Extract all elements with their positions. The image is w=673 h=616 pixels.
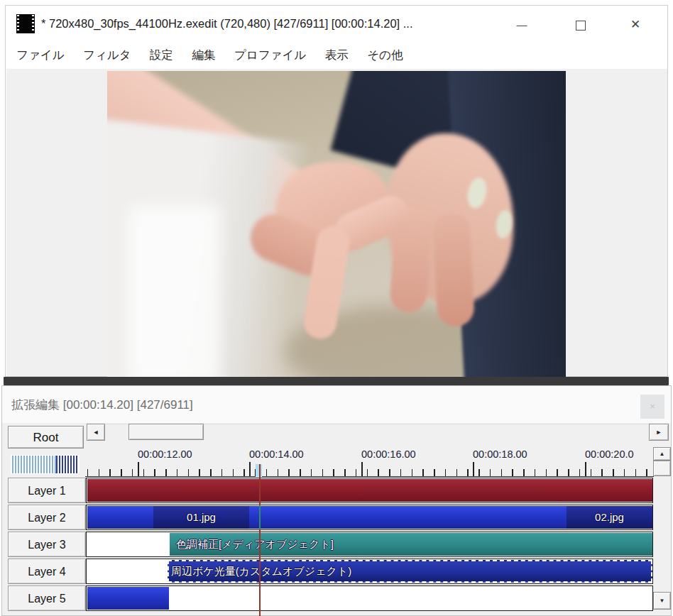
clip-video-object[interactable] bbox=[87, 479, 652, 502]
menu-filter[interactable]: フィルタ bbox=[75, 41, 139, 63]
ruler-major-tick bbox=[473, 462, 474, 476]
exedit-window: 拡張編集 [00:00:14.20] [427/6911] × Root ◄ ►… bbox=[1, 385, 672, 616]
vertical-scrollbar-thumb[interactable] bbox=[653, 461, 671, 476]
layer-5-track[interactable] bbox=[86, 585, 653, 611]
maximize-button[interactable] bbox=[570, 16, 591, 34]
preview-image bbox=[107, 71, 566, 377]
timeline-zoom-gauge[interactable] bbox=[11, 455, 80, 474]
ruler-baseline bbox=[85, 476, 654, 477]
menu-file[interactable]: ファイル bbox=[9, 41, 72, 63]
layer-5-button[interactable]: Layer 5 bbox=[8, 585, 86, 611]
exedit-title: 拡張編集 [00:00:14.20] [427/6911] bbox=[11, 397, 193, 413]
clip-vignette-selected[interactable]: 周辺ボケ光量(カスタムオブジェクト) bbox=[168, 560, 652, 583]
layer-3-button[interactable]: Layer 3 bbox=[8, 532, 86, 557]
aviutl-app: { "window": { "icon": "film-strip-icon",… bbox=[0, 0, 673, 616]
minimize-button[interactable]: — bbox=[511, 16, 532, 34]
ruler-timestamp: 00:00:18.00 bbox=[473, 449, 527, 460]
layer-1-button[interactable]: Layer 1 bbox=[8, 478, 86, 503]
scroll-left-icon[interactable]: ◄ bbox=[87, 424, 105, 441]
layer-2-button[interactable]: Layer 2 bbox=[8, 505, 86, 530]
menu-edit[interactable]: 編集 bbox=[184, 41, 223, 63]
menu-profile[interactable]: プロファイル bbox=[226, 41, 314, 63]
title-bar[interactable]: * 720x480_30fps_44100Hz.exedit (720,480)… bbox=[6, 6, 667, 41]
ruler-timestamp: 00:00:16.00 bbox=[361, 449, 416, 460]
layer-4-track[interactable]: 周辺ボケ光量(カスタムオブジェクト) bbox=[86, 559, 653, 584]
ruler-major-tick bbox=[361, 462, 363, 476]
scroll-right-icon[interactable]: ► bbox=[649, 424, 669, 441]
playhead-line-inverted bbox=[259, 505, 261, 529]
clip-name: 色調補正[メディアオブジェクト] bbox=[176, 533, 334, 556]
exedit-header[interactable]: 拡張編集 [00:00:14.20] [427/6911] × bbox=[2, 386, 671, 423]
menu-other[interactable]: その他 bbox=[359, 41, 410, 63]
clip-image-02jpg[interactable]: 02.jpg bbox=[567, 506, 652, 529]
ruler-timestamp: 00:00:20.0 bbox=[585, 449, 634, 460]
ruler-major-tick bbox=[249, 462, 251, 476]
clip-image-segment[interactable] bbox=[87, 506, 153, 529]
clip-image-01jpg[interactable]: 01.jpg bbox=[153, 506, 249, 529]
ruler-major-tick bbox=[585, 462, 586, 476]
window-divider bbox=[4, 377, 669, 385]
layer-1-track[interactable] bbox=[86, 478, 653, 503]
window-title: * 720x480_30fps_44100Hz.exedit (720,480)… bbox=[41, 17, 413, 31]
close-button[interactable]: ✕ bbox=[625, 16, 646, 34]
clip-color-correction[interactable]: 色調補正[メディアオブジェクト] bbox=[170, 533, 652, 556]
clip-name: 02.jpg bbox=[567, 506, 652, 529]
main-window: * 720x480_30fps_44100Hz.exedit (720,480)… bbox=[5, 5, 668, 377]
clip-name: 01.jpg bbox=[153, 506, 249, 529]
ruler-timestamp: 00:00:14.00 bbox=[249, 449, 304, 460]
dress-highlight bbox=[128, 206, 221, 377]
zoom-gauge-dark-stripes bbox=[56, 456, 78, 473]
groom-finger bbox=[432, 212, 475, 328]
playhead-line[interactable] bbox=[259, 464, 261, 616]
horizontal-scrollbar-thumb[interactable] bbox=[128, 424, 204, 440]
menu-view[interactable]: 表示 bbox=[317, 41, 356, 63]
maximize-icon bbox=[576, 21, 586, 31]
scroll-up-icon[interactable]: ▲ bbox=[653, 447, 671, 461]
ruler-timestamp: 00:00:12.00 bbox=[138, 449, 192, 460]
clip-image-segment[interactable] bbox=[249, 506, 567, 529]
clip-name: 周辺ボケ光量(カスタムオブジェクト) bbox=[171, 560, 351, 583]
clip-image-object[interactable] bbox=[87, 587, 169, 610]
layer-4-button[interactable]: Layer 4 bbox=[8, 559, 86, 584]
exedit-disabled-close-icon: × bbox=[640, 395, 664, 419]
menu-bar: ファイル フィルタ 設定 編集 プロファイル 表示 その他 bbox=[6, 41, 667, 69]
layer-3-track[interactable]: 色調補正[メディアオブジェクト] bbox=[86, 532, 653, 557]
root-scene-button[interactable]: Root bbox=[8, 426, 84, 449]
layer-2-track[interactable]: 01.jpg 02.jpg bbox=[86, 505, 653, 530]
menu-settings[interactable]: 設定 bbox=[142, 41, 181, 63]
zoom-gauge-light-stripes bbox=[12, 456, 56, 473]
ruler-major-tick bbox=[138, 462, 139, 476]
film-strip-icon bbox=[16, 14, 35, 33]
scroll-down-icon[interactable]: ▼ bbox=[653, 592, 671, 610]
ruler-minor-ticks[interactable] bbox=[87, 469, 654, 476]
